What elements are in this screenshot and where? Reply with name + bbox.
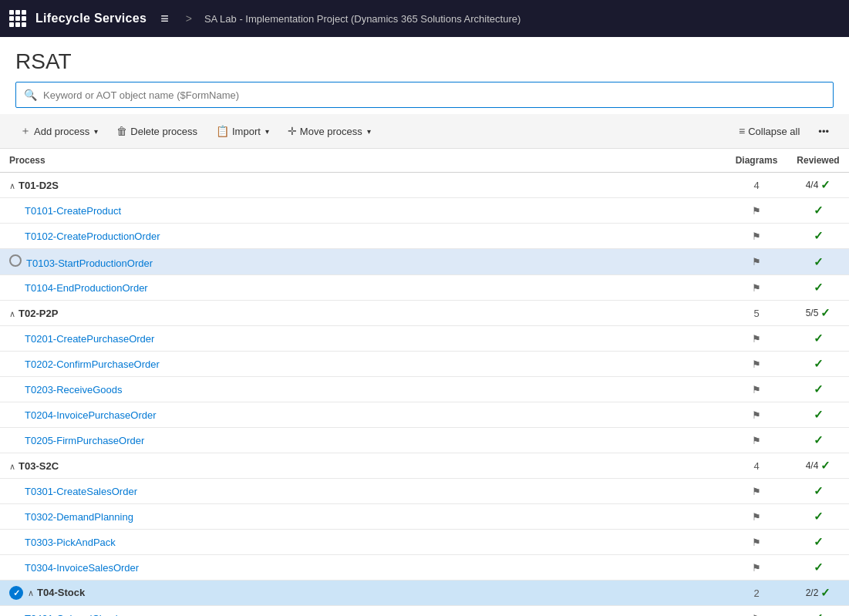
child-reviewed-cell: ✓ bbox=[787, 224, 849, 249]
check-icon: ✓ bbox=[814, 510, 824, 523]
child-process-cell: T0303-PickAndPack bbox=[0, 530, 726, 555]
group-label: T02-P2P bbox=[19, 308, 58, 319]
process-link[interactable]: T0204-InvoicePurchaseOrder bbox=[9, 409, 157, 421]
table-row[interactable]: ∧T03-S2C44/4 ✓ bbox=[0, 453, 849, 479]
diagram-icon[interactable]: ⚑ bbox=[752, 205, 761, 217]
diagram-icon[interactable]: ⚑ bbox=[752, 511, 761, 523]
diagram-icon[interactable]: ⚑ bbox=[752, 358, 761, 370]
hamburger-icon[interactable]: ≡ bbox=[156, 8, 174, 30]
process-link[interactable]: T0301-CreateSalesOrder bbox=[9, 486, 137, 497]
table-row[interactable]: ∧T02-P2P55/5 ✓ bbox=[0, 301, 849, 326]
table-row[interactable]: T0104-EndProductionOrder⚑✓ bbox=[0, 275, 849, 301]
collapse-group-icon[interactable]: ∧ bbox=[28, 588, 34, 597]
table-row[interactable]: T0201-CreatePurchaseOrder⚑✓ bbox=[0, 326, 849, 352]
diagram-icon[interactable]: ⚑ bbox=[752, 613, 761, 617]
child-process-cell: T0201-CreatePurchaseOrder bbox=[0, 326, 726, 352]
process-link[interactable]: T0202-ConfirmPurchaseOrder bbox=[9, 358, 160, 370]
check-icon: ✓ bbox=[814, 332, 824, 345]
table-row[interactable]: T0203-ReceiveGoods⚑✓ bbox=[0, 377, 849, 402]
child-diagrams-cell: ⚑ bbox=[726, 479, 787, 504]
collapse-group-icon[interactable]: ∧ bbox=[9, 181, 15, 190]
child-process-cell: T0102-CreateProductionOrder bbox=[0, 224, 726, 249]
collapse-group-icon[interactable]: ∧ bbox=[9, 462, 15, 471]
table-row[interactable]: T0204-InvoicePurchaseOrder⚑✓ bbox=[0, 402, 849, 428]
table-row[interactable]: ∧T01-D2S44/4 ✓ bbox=[0, 173, 849, 198]
diagram-icon[interactable]: ⚑ bbox=[752, 282, 761, 294]
process-link[interactable]: T0103-StartProductionOrder bbox=[26, 258, 153, 269]
process-link[interactable]: T0401-OnhandCheck bbox=[9, 613, 120, 617]
search-input[interactable] bbox=[43, 89, 825, 101]
reviewed-badge: 2/2 ✓ bbox=[806, 586, 831, 600]
delete-process-button[interactable]: 🗑 Delete process bbox=[109, 121, 205, 141]
toolbar: ＋ Add process ▾ 🗑 Delete process 📋 Impor… bbox=[0, 114, 849, 149]
diagram-icon[interactable]: ⚑ bbox=[752, 231, 761, 242]
child-reviewed-cell: ✓ bbox=[787, 606, 849, 617]
process-link[interactable]: T0304-InvoiceSalesOrder bbox=[9, 562, 139, 574]
diagram-icon[interactable]: ⚑ bbox=[752, 256, 761, 268]
diagram-icon[interactable]: ⚑ bbox=[752, 486, 761, 497]
app-title: Lifecycle Services bbox=[35, 12, 147, 25]
group-process-cell: ∧T03-S2C bbox=[0, 453, 726, 479]
app-header: Lifecycle Services ≡ > SA Lab - Implemen… bbox=[0, 0, 849, 37]
child-reviewed-cell: ✓ bbox=[787, 530, 849, 555]
group-process-cell: ∧T02-P2P bbox=[0, 301, 726, 326]
group-process-cell: ∧T01-D2S bbox=[0, 173, 726, 198]
add-process-chevron: ▾ bbox=[94, 127, 98, 136]
table-header-row: Process Diagrams Reviewed bbox=[0, 149, 849, 173]
check-icon: ✓ bbox=[814, 408, 824, 421]
table-row[interactable]: T0205-FirmPurchaseOrder⚑✓ bbox=[0, 428, 849, 453]
more-options-button[interactable]: ••• bbox=[810, 122, 837, 141]
table-row[interactable]: T0102-CreateProductionOrder⚑✓ bbox=[0, 224, 849, 249]
child-process-cell: T0301-CreateSalesOrder bbox=[0, 479, 726, 504]
table-row[interactable]: T0202-ConfirmPurchaseOrder⚑✓ bbox=[0, 352, 849, 377]
process-link[interactable]: T0101-CreateProduct bbox=[9, 205, 121, 217]
group-reviewed-cell: 5/5 ✓ bbox=[787, 301, 849, 326]
diagram-icon[interactable]: ⚑ bbox=[752, 562, 761, 574]
child-process-cell: T0202-ConfirmPurchaseOrder bbox=[0, 352, 726, 377]
table-row[interactable]: ✓∧T04-Stock22/2 ✓ bbox=[0, 581, 849, 606]
delete-icon: 🗑 bbox=[116, 125, 127, 137]
waffle-icon[interactable] bbox=[9, 10, 26, 27]
diagram-icon[interactable]: ⚑ bbox=[752, 409, 761, 421]
table-row[interactable]: T0401-OnhandCheck⚑✓ bbox=[0, 606, 849, 617]
table-row[interactable]: T0301-CreateSalesOrder⚑✓ bbox=[0, 479, 849, 504]
radio-button[interactable] bbox=[9, 254, 22, 267]
process-link[interactable]: T0203-ReceiveGoods bbox=[9, 384, 122, 396]
child-diagrams-cell: ⚑ bbox=[726, 530, 787, 555]
diagram-icon[interactable]: ⚑ bbox=[752, 537, 761, 548]
group-diagrams-cell: 5 bbox=[726, 301, 787, 326]
search-bar: 🔍 bbox=[15, 82, 834, 108]
import-button[interactable]: 📋 Import ▾ bbox=[208, 121, 277, 141]
search-icon: 🔍 bbox=[24, 89, 37, 101]
process-link[interactable]: T0302-DemandPlanning bbox=[9, 511, 133, 523]
move-process-button[interactable]: ✛ Move process ▾ bbox=[280, 121, 379, 141]
collapse-all-button[interactable]: ≡ Collapse all bbox=[731, 121, 807, 141]
child-reviewed-cell: ✓ bbox=[787, 428, 849, 453]
process-link[interactable]: T0205-FirmPurchaseOrder bbox=[9, 435, 144, 446]
child-process-cell: T0101-CreateProduct bbox=[0, 198, 726, 224]
process-table: Process Diagrams Reviewed ∧T01-D2S44/4 ✓… bbox=[0, 149, 849, 616]
process-link[interactable]: T0104-EndProductionOrder bbox=[9, 282, 148, 294]
col-header-diagrams: Diagrams bbox=[726, 149, 787, 173]
table-row[interactable]: T0303-PickAndPack⚑✓ bbox=[0, 530, 849, 555]
process-link[interactable]: T0102-CreateProductionOrder bbox=[9, 231, 160, 242]
child-process-cell: T0304-InvoiceSalesOrder bbox=[0, 555, 726, 581]
diagram-icon[interactable]: ⚑ bbox=[752, 384, 761, 396]
reviewed-badge: 5/5 ✓ bbox=[806, 306, 831, 320]
group-reviewed-cell: 4/4 ✓ bbox=[787, 173, 849, 198]
table-row[interactable]: T0101-CreateProduct⚑✓ bbox=[0, 198, 849, 224]
page-title: RSAT bbox=[0, 37, 849, 82]
process-link[interactable]: T0201-CreatePurchaseOrder bbox=[9, 333, 154, 345]
reviewed-badge: 4/4 ✓ bbox=[806, 178, 831, 192]
table-row[interactable]: T0302-DemandPlanning⚑✓ bbox=[0, 504, 849, 530]
group-label: T04-Stock bbox=[37, 587, 85, 598]
table-row[interactable]: T0103-StartProductionOrder⚑✓ bbox=[0, 249, 849, 275]
child-process-cell: T0203-ReceiveGoods bbox=[0, 377, 726, 402]
diagram-icon[interactable]: ⚑ bbox=[752, 333, 761, 345]
group-reviewed-cell: 4/4 ✓ bbox=[787, 453, 849, 479]
add-process-button[interactable]: ＋ Add process ▾ bbox=[12, 120, 106, 142]
process-link[interactable]: T0303-PickAndPack bbox=[9, 537, 116, 548]
diagram-icon[interactable]: ⚑ bbox=[752, 435, 761, 446]
table-row[interactable]: T0304-InvoiceSalesOrder⚑✓ bbox=[0, 555, 849, 581]
collapse-group-icon[interactable]: ∧ bbox=[9, 309, 15, 318]
